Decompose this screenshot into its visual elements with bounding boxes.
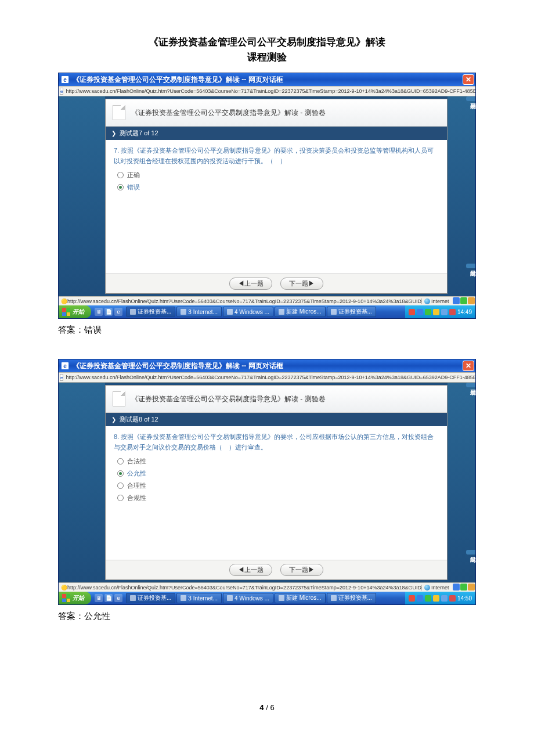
ql-icon[interactable]: e xyxy=(114,308,122,316)
prev-button[interactable]: ◀上一题 xyxy=(229,278,272,290)
tray-icon[interactable] xyxy=(417,309,423,315)
task-icon xyxy=(227,309,233,315)
radio-icon xyxy=(117,483,124,489)
document-icon xyxy=(113,391,125,406)
taskbar-item[interactable]: 4 Windows ... xyxy=(223,307,273,317)
taskbar-item[interactable]: 证券投资基... xyxy=(126,307,175,317)
close-button[interactable]: ✕ xyxy=(463,361,474,371)
taskbar-item[interactable]: 3 Internet... xyxy=(176,593,222,603)
content-frame: 《证券投资基金管理公司公平交易制度指导意见》解读 - 测验卷❯测试题8 of 1… xyxy=(59,383,475,582)
side-tab-time[interactable]: 显示时间 xyxy=(466,550,475,555)
option-radio[interactable]: 合法性 xyxy=(117,457,439,466)
task-icon xyxy=(331,595,337,601)
quick-launch: 🖥 📄 e xyxy=(91,308,126,316)
gutter-left xyxy=(59,96,105,296)
url-text[interactable]: http://www.sacedu.cn/FlashOnline/Quiz.ht… xyxy=(66,375,475,380)
page-icon: e xyxy=(60,374,63,381)
gutter-left xyxy=(59,383,105,582)
prev-button[interactable]: ◀上一题 xyxy=(229,564,272,576)
task-list: 证券投资基...3 Internet...4 Windows ...新建 Mic… xyxy=(126,593,405,603)
close-button[interactable]: ✕ xyxy=(463,74,474,85)
ie-icon: e xyxy=(61,75,69,84)
quiz-nav: ◀上一题 下一题▶ xyxy=(106,560,447,579)
tray-icon[interactable] xyxy=(449,595,456,602)
title-line-1: 《证券投资基金管理公司公平交易制度指导意见》解读 xyxy=(0,35,534,50)
question-counter: 测试题8 of 12 xyxy=(120,415,158,424)
taskbar-item[interactable]: 证券投资基... xyxy=(327,307,376,317)
system-tray: 14:49 xyxy=(405,305,475,318)
radio-icon xyxy=(117,172,124,178)
tray-icon[interactable] xyxy=(409,595,415,602)
ql-icon[interactable]: 🖥 xyxy=(95,308,103,316)
option-label: 合法性 xyxy=(127,457,146,466)
option-label: 错误 xyxy=(127,183,140,192)
tray-icon[interactable] xyxy=(409,309,415,315)
taskbar-item[interactable]: 新建 Micros... xyxy=(275,593,326,603)
document-icon xyxy=(113,105,125,120)
option-label: 公允性 xyxy=(127,469,146,478)
tray-icon[interactable] xyxy=(433,595,439,602)
radio-icon xyxy=(117,184,124,190)
task-icon xyxy=(130,595,136,601)
quick-launch: 🖥 📄 e xyxy=(91,594,126,602)
globe-icon xyxy=(424,298,430,304)
next-button[interactable]: 下一题▶ xyxy=(280,278,323,290)
doc-title: 《证券投资基金管理公司公平交易制度指导意见》解读 课程测验 xyxy=(0,35,534,64)
task-icon xyxy=(227,595,233,601)
url-text[interactable]: http://www.sacedu.cn/FlashOnline/Quiz.ht… xyxy=(66,88,475,94)
quiz-header: 《证券投资基金管理公司公平交易制度指导意见》解读 - 测验卷 xyxy=(106,386,447,413)
option-radio[interactable]: 正确 xyxy=(117,171,439,179)
question-counter-bar: ❯测试题8 of 12 xyxy=(106,413,447,426)
quiz-title: 《证券投资基金管理公司公平交易制度指导意见》解读 - 测验卷 xyxy=(131,394,326,404)
status-url-text: http://www.sacedu.cn/FlashOnline/Quiz.ht… xyxy=(67,298,421,304)
window-titlebar: e 《证券投资基金管理公司公平交易制度指导意见》解读 -- 网页对话框 ✕ xyxy=(59,359,475,372)
windows-logo-icon xyxy=(62,594,70,602)
side-tab-list[interactable]: 显示列表 xyxy=(466,383,475,387)
tray-icon[interactable] xyxy=(425,595,431,602)
page-number: 4 / 6 xyxy=(0,703,534,712)
option-radio[interactable]: 合理性 xyxy=(117,481,439,490)
globe-icon xyxy=(424,585,430,591)
ql-icon[interactable]: 📄 xyxy=(104,594,113,602)
option-label: 正确 xyxy=(127,171,140,179)
internet-zone: Internet xyxy=(421,585,452,591)
internet-zone: Internet xyxy=(421,298,452,304)
radio-icon xyxy=(117,470,124,477)
tray-icon[interactable] xyxy=(449,309,456,315)
option-radio[interactable]: 合规性 xyxy=(117,494,439,502)
task-icon xyxy=(279,595,284,601)
tray-icon[interactable] xyxy=(441,309,448,315)
tray-icon[interactable] xyxy=(441,595,448,602)
arrow-icon: ❯ xyxy=(111,416,116,423)
radio-icon xyxy=(117,495,124,501)
taskbar-item[interactable]: 新建 Micros... xyxy=(275,307,326,317)
side-tab-list[interactable]: 显示列表 xyxy=(466,96,475,101)
ie-icon: e xyxy=(61,362,69,370)
question-counter-bar: ❯测试题7 of 12 xyxy=(106,127,447,140)
system-tray: 14:50 xyxy=(405,592,475,604)
quiz-title: 《证券投资基金管理公司公平交易制度指导意见》解读 - 测验卷 xyxy=(131,108,326,118)
option-radio[interactable]: 错误 xyxy=(117,183,439,192)
status-icons xyxy=(452,297,475,305)
window-titlebar: e 《证券投资基金管理公司公平交易制度指导意见》解读 -- 网页对话框 ✕ xyxy=(59,73,475,86)
taskbar-item[interactable]: 3 Internet... xyxy=(176,307,222,317)
ql-icon[interactable]: e xyxy=(114,594,122,602)
next-button[interactable]: 下一题▶ xyxy=(280,564,323,576)
taskbar-item[interactable]: 证券投资基... xyxy=(126,593,175,603)
taskbar-item[interactable]: 证券投资基... xyxy=(327,593,376,603)
ql-icon[interactable]: 📄 xyxy=(104,308,113,316)
start-button[interactable]: 开始 xyxy=(59,592,91,604)
tray-icon[interactable] xyxy=(433,309,439,315)
clock: 14:50 xyxy=(457,595,472,602)
ql-icon[interactable]: 🖥 xyxy=(95,594,103,602)
tray-icon[interactable] xyxy=(425,309,431,315)
status-url: 🟡 xyxy=(61,298,67,304)
option-radio[interactable]: 公允性 xyxy=(117,469,439,478)
tray-icon[interactable] xyxy=(417,595,423,602)
start-button[interactable]: 开始 xyxy=(59,305,91,318)
address-bar: e http://www.sacedu.cn/FlashOnline/Quiz.… xyxy=(59,86,475,96)
side-tab-time[interactable]: 显示时间 xyxy=(466,264,475,268)
quiz-body: 7. 按照《证券投资基金管理公司公平交易制度指导意见》的要求，投资决策委员会和投… xyxy=(106,140,447,273)
taskbar-item[interactable]: 4 Windows ... xyxy=(223,593,273,603)
task-icon xyxy=(331,309,337,315)
